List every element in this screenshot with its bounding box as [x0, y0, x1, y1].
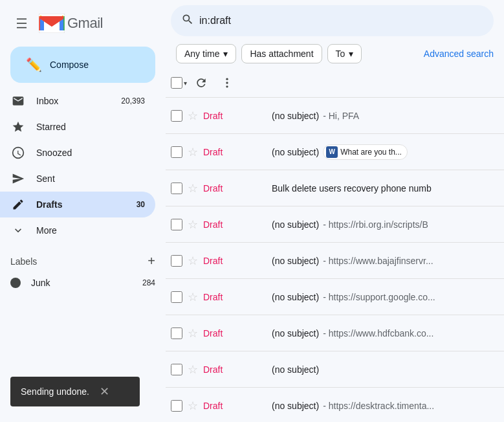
nav-snoozed[interactable]: Snoozed — [0, 140, 155, 166]
nav-inbox[interactable]: Inbox 20,393 — [0, 88, 155, 114]
star-icon[interactable]: ☆ — [188, 399, 198, 413]
gmail-logo-text: Gmail — [67, 15, 103, 32]
sidebar: Gmail ✏️ Compose Inbox 20,393 Starred Sn… — [0, 0, 166, 422]
to-label: To — [336, 49, 345, 59]
email-row[interactable]: ☆ Draft (no subject) - https://rbi.org.i… — [166, 206, 504, 243]
email-checkbox[interactable] — [171, 146, 182, 158]
select-all-checkbox[interactable] — [171, 77, 182, 89]
email-checkbox[interactable] — [171, 219, 182, 230]
star-icon[interactable]: ☆ — [188, 145, 198, 159]
email-snippet: - https://www.hdfcbank.co... — [323, 328, 433, 339]
snackbar-close-button[interactable]: ✕ — [100, 384, 109, 399]
to-filter[interactable]: To ▾ — [327, 44, 362, 63]
email-body: (no subject) - https://rbi.org.in/script… — [272, 219, 494, 230]
junk-label-dot — [10, 278, 21, 288]
main-content: Any time ▾ Has attachment To ▾ Advanced … — [166, 0, 504, 422]
email-subject: (no subject) — [272, 364, 319, 375]
email-row[interactable]: ☆ Draft (no subject) - https://support.g… — [166, 279, 504, 315]
labels-title: Labels — [10, 256, 37, 267]
snoozed-label: Snoozed — [36, 148, 145, 158]
email-row[interactable]: ☆ Draft Bulk delete users recovery phone… — [166, 170, 504, 206]
email-row[interactable]: ☆ Draft (no subject) - Hi, PFA — [166, 98, 504, 134]
labels-add-button[interactable]: + — [148, 254, 155, 269]
select-all-wrap: ▾ — [171, 77, 187, 89]
refresh-button[interactable] — [190, 71, 213, 94]
star-icon[interactable]: ☆ — [188, 181, 198, 195]
email-sender: Draft — [203, 256, 261, 266]
email-checkbox[interactable] — [171, 255, 182, 267]
junk-label-item[interactable]: Junk 284 — [10, 271, 155, 294]
email-checkbox[interactable] — [171, 364, 182, 375]
starred-icon — [10, 119, 26, 135]
has-attachment-filter[interactable]: Has attachment — [241, 44, 322, 63]
email-checkbox[interactable] — [171, 183, 182, 194]
email-checkbox[interactable] — [171, 328, 182, 339]
email-sender: Draft — [203, 401, 261, 411]
nav-sent[interactable]: Sent — [0, 166, 155, 192]
email-checkbox[interactable] — [171, 110, 182, 122]
star-icon[interactable]: ☆ — [188, 290, 198, 304]
email-body: (no subject) - https://desktrack.timenta… — [272, 401, 494, 411]
compose-label: Compose — [50, 60, 89, 70]
email-sender: Draft — [203, 147, 261, 157]
star-icon[interactable]: ☆ — [188, 254, 198, 268]
more-options-button[interactable] — [215, 71, 239, 94]
email-row[interactable]: ☆ Draft (no subject) - https://www.hdfcb… — [166, 315, 504, 351]
has-attachment-label: Has attachment — [250, 49, 313, 59]
hamburger-button[interactable] — [10, 10, 36, 36]
inbox-label: Inbox — [36, 96, 121, 106]
email-row[interactable]: ☆ Draft (no subject) — [166, 351, 504, 388]
email-subject: (no subject) — [272, 111, 319, 121]
email-subject: (no subject) — [272, 219, 319, 230]
email-checkbox[interactable] — [171, 291, 182, 303]
svg-point-5 — [226, 82, 228, 83]
star-icon[interactable]: ☆ — [188, 362, 198, 377]
nav-more[interactable]: More — [0, 217, 166, 243]
email-sender: Draft — [203, 219, 261, 230]
email-row[interactable]: ☆ Draft (no subject) - https://www.bajaj… — [166, 243, 504, 279]
inbox-icon — [10, 93, 26, 109]
word-attachment-chip: W What are you th... — [323, 144, 408, 160]
email-row[interactable]: ☆ Draft (no subject) W What are you th..… — [166, 134, 504, 170]
nav-starred[interactable]: Starred — [0, 114, 155, 140]
labels-header: Labels + — [10, 249, 155, 271]
star-icon[interactable]: ☆ — [188, 326, 198, 340]
search-icon — [181, 13, 194, 29]
email-snippet: - https://rbi.org.in/scripts/B — [323, 219, 428, 230]
drafts-label: Drafts — [36, 199, 137, 210]
labels-section: Labels + Junk 284 — [0, 243, 166, 297]
word-doc-icon: W — [326, 146, 338, 158]
star-icon[interactable]: ☆ — [188, 217, 198, 232]
email-snippet: - https://desktrack.timenta... — [323, 401, 434, 411]
email-subject: (no subject) — [272, 328, 319, 339]
email-snippet: - Hi, PFA — [323, 111, 359, 121]
advanced-search-link[interactable]: Advanced search — [424, 49, 494, 59]
email-row[interactable]: ☆ Draft (no subject) - https://desktrack… — [166, 388, 504, 422]
drafts-icon — [10, 197, 26, 212]
email-sender: Draft — [203, 111, 261, 121]
nav-drafts[interactable]: Drafts 30 — [0, 192, 155, 217]
to-chevron-icon: ▾ — [349, 49, 353, 59]
email-checkbox[interactable] — [171, 400, 182, 412]
svg-rect-1 — [17, 23, 27, 24]
svg-rect-2 — [17, 27, 27, 28]
email-subject: (no subject) — [272, 401, 319, 411]
star-icon[interactable]: ☆ — [188, 109, 198, 123]
email-list: ☆ Draft (no subject) - Hi, PFA ☆ Draft (… — [166, 98, 504, 422]
email-sender: Draft — [203, 183, 261, 194]
sent-icon — [10, 171, 26, 186]
search-input[interactable] — [199, 15, 483, 27]
any-time-chevron-icon: ▾ — [223, 49, 228, 59]
select-dropdown-icon[interactable]: ▾ — [184, 80, 187, 87]
email-sender: Draft — [203, 364, 261, 375]
any-time-filter[interactable]: Any time ▾ — [176, 44, 236, 63]
toolbar: ▾ — [166, 69, 504, 98]
email-body: (no subject) - https://www.hdfcbank.co..… — [272, 328, 494, 339]
any-time-label: Any time — [184, 49, 219, 59]
svg-rect-0 — [17, 19, 27, 20]
svg-point-4 — [226, 78, 228, 80]
email-subject: Bulk delete users recovery phone numb — [272, 183, 432, 194]
compose-button[interactable]: ✏️ Compose — [10, 47, 155, 83]
gmail-logo: Gmail — [39, 14, 103, 33]
snoozed-icon — [10, 145, 26, 161]
